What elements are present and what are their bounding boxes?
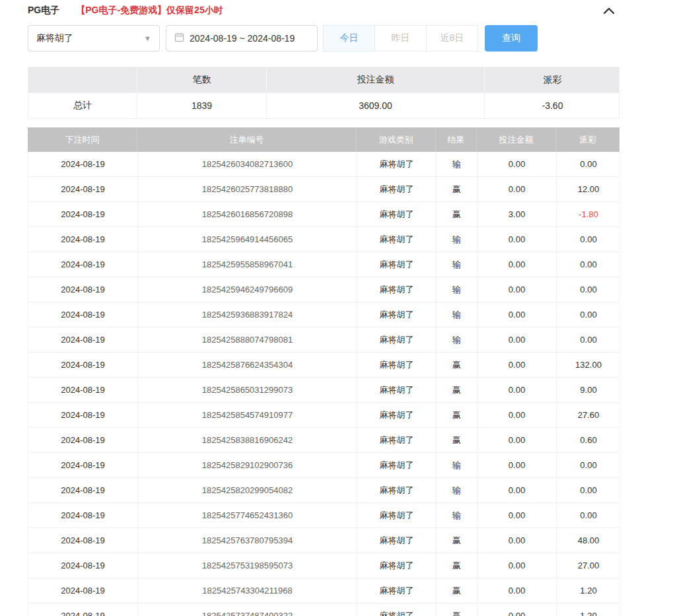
quick-btn-yesterday[interactable]: 昨日 — [374, 25, 427, 51]
cell-bet-amount: 0.00 — [478, 453, 557, 477]
cell-bet-amount: 0.00 — [478, 478, 557, 502]
col-header-payout: 派彩 — [556, 127, 620, 152]
cell-game-type: 麻将胡了 — [357, 428, 437, 452]
filter-bar: 麻将胡了 ▼ 2024-08-19 ~ 2024-08-19 今日 昨日 近8日… — [28, 25, 620, 51]
summary-header-blank — [28, 67, 137, 92]
table-row: 2024-08-191825425743304211968麻将胡了赢0.001.… — [28, 578, 620, 603]
cell-bet-amount: 0.00 — [478, 553, 557, 578]
cell-order-id: 1825425854574910977 — [138, 403, 357, 427]
cell-bet-amount: 0.00 — [478, 378, 557, 402]
date-range-input[interactable]: 2024-08-19 ~ 2024-08-19 — [166, 25, 318, 51]
summary-header-row: 笔数 投注金额 派彩 — [28, 67, 619, 92]
col-header-game-type: 游戏类别 — [357, 127, 436, 152]
cell-payout: 12.00 — [557, 177, 620, 201]
cell-payout: 1.20 — [557, 578, 620, 603]
brand-title: PG电子 — [28, 5, 59, 17]
cell-payout: 27.60 — [557, 403, 620, 427]
cell-game-type: 麻将胡了 — [357, 152, 437, 176]
cell-game-type: 麻将胡了 — [357, 553, 437, 578]
cell-date: 2024-08-19 — [28, 202, 138, 226]
col-header-bet-amount: 投注金额 — [477, 127, 556, 152]
cell-result: 输 — [437, 152, 478, 176]
cell-result: 赢 — [437, 603, 478, 616]
col-header-result: 结果 — [436, 127, 477, 152]
summary-total-label: 总计 — [28, 93, 137, 118]
cell-payout: 0.00 — [557, 503, 620, 528]
cell-result: 赢 — [437, 378, 478, 402]
cell-order-id: 1825426025773818880 — [138, 177, 357, 201]
cell-date: 2024-08-19 — [28, 528, 138, 553]
table-row: 2024-08-191825425888074798081麻将胡了输0.000.… — [28, 327, 620, 353]
collapse-panel-button[interactable] — [602, 6, 616, 15]
cell-date: 2024-08-19 — [28, 478, 138, 502]
cell-game-type: 麻将胡了 — [357, 327, 437, 352]
cell-date: 2024-08-19 — [28, 403, 138, 427]
table-row: 2024-08-191825426025773818880麻将胡了赢0.0012… — [28, 177, 620, 202]
cell-bet-amount: 0.00 — [478, 403, 557, 427]
table-row: 2024-08-191825425820299054082麻将胡了输0.000.… — [28, 478, 620, 503]
quick-btn-last8days[interactable]: 近8日 — [426, 25, 478, 51]
quick-range-group: 今日 昨日 近8日 — [323, 25, 478, 51]
cell-payout: 0.00 — [557, 478, 620, 502]
cell-payout: 0.00 — [557, 327, 620, 352]
table-row: 2024-08-191825425737487400322麻将胡了赢0.001.… — [28, 603, 620, 616]
game-select[interactable]: 麻将胡了 ▼ — [28, 25, 160, 51]
betting-records-panel: PG电子 【PG电子-免费游戏】仅保留25小时 麻将胡了 ▼ 2024-08-1… — [28, 0, 620, 616]
quick-btn-today[interactable]: 今日 — [323, 25, 375, 51]
summary-header-count: 笔数 — [137, 67, 267, 92]
cell-date: 2024-08-19 — [28, 227, 138, 252]
cell-bet-amount: 0.00 — [478, 152, 557, 176]
cell-payout: 48.00 — [557, 528, 620, 553]
cell-payout: 1.20 — [557, 603, 620, 616]
cell-result: 赢 — [437, 553, 478, 578]
cell-game-type: 麻将胡了 — [357, 353, 437, 377]
cell-result: 输 — [437, 478, 478, 502]
table-row: 2024-08-191825425964914456065麻将胡了输0.000.… — [28, 227, 620, 252]
cell-result: 输 — [437, 503, 478, 528]
cell-payout: 27.00 — [557, 553, 620, 578]
cell-bet-amount: 0.00 — [478, 503, 557, 528]
cell-date: 2024-08-19 — [28, 428, 138, 452]
cell-date: 2024-08-19 — [28, 152, 138, 176]
cell-payout: 0.00 — [557, 453, 620, 477]
table-row: 2024-08-191825425763780795394麻将胡了赢0.0048… — [28, 528, 620, 553]
retention-notice: 【PG电子-免费游戏】仅保留25小时 — [76, 5, 223, 17]
panel-header: PG电子 【PG电子-免费游戏】仅保留25小时 — [28, 0, 620, 16]
cell-order-id: 1825425737487400322 — [138, 603, 357, 616]
cell-result: 输 — [437, 453, 478, 477]
bet-table-body: 2024-08-191825426034082713600麻将胡了输0.000.… — [28, 152, 620, 616]
cell-order-id: 1825425946249796609 — [138, 277, 357, 302]
table-row: 2024-08-191825425876624354304麻将胡了赢0.0013… — [28, 353, 620, 378]
cell-bet-amount: 0.00 — [478, 327, 557, 352]
table-row: 2024-08-191825425955858967041麻将胡了输0.000.… — [28, 252, 620, 277]
date-range-value: 2024-08-19 ~ 2024-08-19 — [190, 33, 295, 44]
cell-date: 2024-08-19 — [28, 553, 138, 578]
cell-order-id: 1825425838816906242 — [138, 428, 357, 452]
summary-table: 笔数 投注金额 派彩 总计 1839 3609.00 -3.60 — [28, 67, 620, 119]
query-button[interactable]: 查询 — [485, 25, 538, 51]
cell-payout: 0.00 — [557, 152, 620, 176]
cell-game-type: 麻将胡了 — [357, 378, 437, 402]
table-row: 2024-08-191825425774652431360麻将胡了输0.000.… — [28, 503, 620, 528]
cell-bet-amount: 0.00 — [478, 302, 557, 327]
cell-payout: 132.00 — [557, 353, 620, 377]
cell-game-type: 麻将胡了 — [357, 503, 437, 528]
cell-payout: 9.00 — [557, 378, 620, 402]
cell-payout: 0.00 — [557, 252, 620, 277]
cell-game-type: 麻将胡了 — [357, 302, 437, 327]
col-header-order-id: 注单编号 — [137, 127, 357, 152]
cell-result: 输 — [437, 277, 478, 302]
cell-game-type: 麻将胡了 — [357, 277, 437, 302]
col-header-time: 下注时间 — [28, 127, 137, 152]
cell-game-type: 麻将胡了 — [357, 227, 437, 252]
table-row: 2024-08-191825425865031299073麻将胡了赢0.009.… — [28, 378, 620, 403]
cell-order-id: 1825425865031299073 — [138, 378, 357, 402]
summary-header-payout: 派彩 — [485, 67, 620, 92]
cell-order-id: 1825425753198595073 — [138, 553, 357, 578]
cell-game-type: 麻将胡了 — [357, 453, 437, 477]
cell-game-type: 麻将胡了 — [357, 403, 437, 427]
cell-result: 输 — [437, 227, 478, 252]
cell-result: 赢 — [437, 202, 478, 226]
game-select-value: 麻将胡了 — [36, 32, 73, 44]
cell-game-type: 麻将胡了 — [357, 177, 437, 201]
